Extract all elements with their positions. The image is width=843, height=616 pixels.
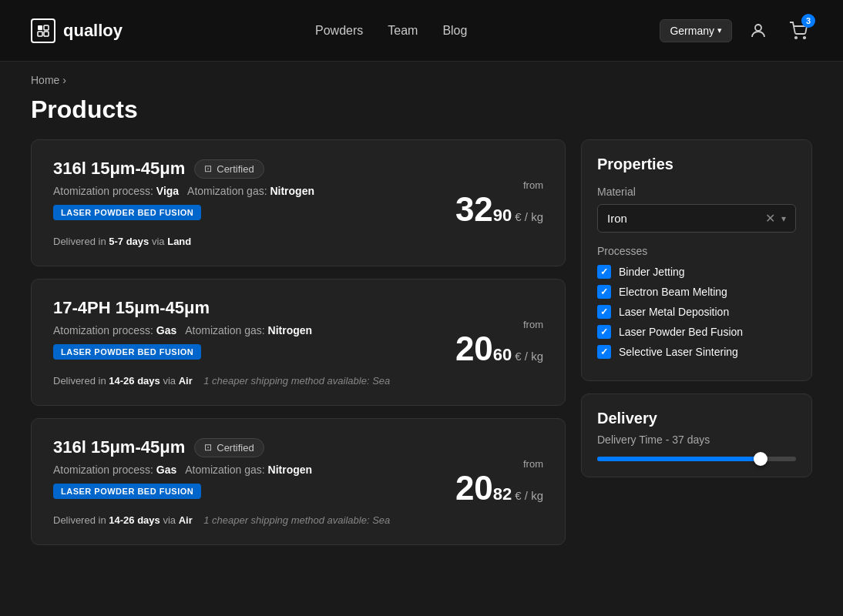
header-right: Germany ▾ 3 <box>660 17 812 45</box>
process-label: Laser Metal Deposition <box>619 306 729 318</box>
product-price: from 32 90 € / kg <box>420 179 543 226</box>
product-card[interactable]: 316l 15μm-45μm ⊡ Certified Atomization p… <box>31 139 566 266</box>
svg-rect-3 <box>44 32 49 36</box>
page-title: Products <box>0 92 843 139</box>
price-unit: € / kg <box>515 489 543 502</box>
price-integer: 20 <box>455 471 493 505</box>
product-info: 316l 15μm-45μm ⊡ Certified Atomization p… <box>53 437 420 526</box>
material-clear-button[interactable]: ✕ <box>765 211 775 226</box>
process-checkbox[interactable] <box>597 285 611 299</box>
process-badge: LASER POWDER BED FUSION <box>53 205 201 220</box>
product-meta: Atomization process: Viga Atomization ga… <box>53 185 420 197</box>
processes-label: Processes <box>597 245 796 257</box>
certified-badge: ⊡ Certified <box>194 159 264 179</box>
product-price: from 20 60 € / kg <box>420 319 543 366</box>
slider-thumb[interactable] <box>754 452 767 466</box>
header: qualloy Powders Team Blog Germany ▾ 3 <box>0 0 843 62</box>
product-name: 316l 15μm-45μm <box>53 159 185 179</box>
cart-icon-wrapper[interactable]: 3 <box>784 17 812 45</box>
price-from: from <box>420 458 543 470</box>
product-name: 316l 15μm-45μm <box>53 437 185 457</box>
product-info: 17-4PH 15μm-45μm Atomization process: Ga… <box>53 298 420 387</box>
nav-blog[interactable]: Blog <box>442 24 467 38</box>
breadcrumb-home[interactable]: Home <box>31 74 59 86</box>
svg-point-6 <box>804 36 805 38</box>
process-item-laser-powder[interactable]: Laser Powder Bed Fusion <box>597 325 796 339</box>
price-unit: € / kg <box>515 350 543 363</box>
svg-rect-2 <box>38 32 42 36</box>
certified-label: Certified <box>217 442 254 454</box>
process-label: Electron Beam Melting <box>619 286 727 298</box>
logo-icon <box>31 18 55 43</box>
process-checkbox[interactable] <box>597 305 611 319</box>
country-selector[interactable]: Germany ▾ <box>660 19 732 42</box>
properties-title: Properties <box>597 156 796 173</box>
svg-rect-0 <box>38 25 42 30</box>
product-card[interactable]: 17-4PH 15μm-45μm Atomization process: Ga… <box>31 279 566 406</box>
product-header: 316l 15μm-45μm ⊡ Certified <box>53 437 420 457</box>
product-header: 316l 15μm-45μm ⊡ Certified <box>53 159 420 179</box>
slider-fill <box>597 457 761 461</box>
extra-shipping: 1 cheaper shipping method available: Sea <box>203 375 390 387</box>
price-unit: € / kg <box>515 210 543 223</box>
delivery-time-label: Delivery Time - 37 days <box>597 434 796 446</box>
process-badge: LASER POWDER BED FUSION <box>53 344 201 360</box>
delivery-card: Delivery Delivery Time - 37 days <box>581 393 812 477</box>
material-value: Iron <box>607 212 765 225</box>
extra-shipping: 1 cheaper shipping method available: Sea <box>203 514 390 526</box>
product-card[interactable]: 316l 15μm-45μm ⊡ Certified Atomization p… <box>31 418 566 545</box>
certified-badge: ⊡ Certified <box>194 438 264 457</box>
price-from: from <box>420 179 543 191</box>
material-label: Material <box>597 186 796 198</box>
certified-icon: ⊡ <box>204 442 212 453</box>
breadcrumb: Home › <box>0 62 843 92</box>
delivery-info: Delivered in 14-26 days via Air 1 cheape… <box>53 375 420 387</box>
price-from: from <box>420 319 543 330</box>
svg-point-4 <box>755 25 761 31</box>
process-item-selective-laser[interactable]: Selective Laser Sintering <box>597 345 796 359</box>
process-label: Selective Laser Sintering <box>619 346 738 358</box>
main-content: 316l 15μm-45μm ⊡ Certified Atomization p… <box>0 139 843 576</box>
process-badge: LASER POWDER BED FUSION <box>53 484 201 499</box>
process-checkbox[interactable] <box>597 325 611 339</box>
product-name: 17-4PH 15μm-45μm <box>53 298 210 318</box>
breadcrumb-separator: › <box>62 74 66 86</box>
price-decimal: 60 <box>493 346 512 363</box>
process-item-laser-metal[interactable]: Laser Metal Deposition <box>597 305 796 319</box>
delivery-title: Delivery <box>597 410 796 427</box>
price-integer: 32 <box>455 192 493 226</box>
process-checkbox[interactable] <box>597 265 611 279</box>
nav-team[interactable]: Team <box>388 24 418 38</box>
delivery-slider[interactable] <box>597 457 796 461</box>
cart-badge: 3 <box>801 14 815 28</box>
delivery-info: Delivered in 5-7 days via Land <box>53 236 420 247</box>
process-checkbox[interactable] <box>597 345 611 359</box>
logo-text: qualloy <box>63 21 123 41</box>
material-select[interactable]: Iron ✕ ▾ <box>597 204 796 233</box>
price-decimal: 82 <box>493 486 512 503</box>
main-nav: Powders Team Blog <box>315 24 467 38</box>
product-meta: Atomization process: Gas Atomization gas… <box>53 464 420 476</box>
nav-powders[interactable]: Powders <box>315 24 363 38</box>
logo[interactable]: qualloy <box>31 18 123 43</box>
price-main: 20 60 € / kg <box>420 332 543 366</box>
process-item-electron-beam[interactable]: Electron Beam Melting <box>597 285 796 299</box>
price-main: 32 90 € / kg <box>420 192 543 226</box>
country-label: Germany <box>670 25 714 37</box>
price-main: 20 82 € / kg <box>420 471 543 505</box>
process-item-binder-jetting[interactable]: Binder Jetting <box>597 265 796 279</box>
product-info: 316l 15μm-45μm ⊡ Certified Atomization p… <box>53 159 420 247</box>
process-label: Laser Powder Bed Fusion <box>619 326 743 338</box>
certified-icon: ⊡ <box>204 163 212 174</box>
svg-point-5 <box>795 36 797 38</box>
properties-card: Properties Material Iron ✕ ▾ Processes B… <box>581 139 812 381</box>
product-price: from 20 82 € / kg <box>420 458 543 505</box>
product-list: 316l 15μm-45μm ⊡ Certified Atomization p… <box>31 139 566 545</box>
product-header: 17-4PH 15μm-45μm <box>53 298 420 318</box>
material-dropdown-icon[interactable]: ▾ <box>781 213 786 224</box>
product-meta: Atomization process: Gas Atomization gas… <box>53 324 420 336</box>
delivery-info: Delivered in 14-26 days via Air 1 cheape… <box>53 514 420 526</box>
processes-list: Binder Jetting Electron Beam Melting Las… <box>597 265 796 359</box>
user-icon[interactable] <box>744 17 772 45</box>
price-integer: 20 <box>455 332 493 366</box>
